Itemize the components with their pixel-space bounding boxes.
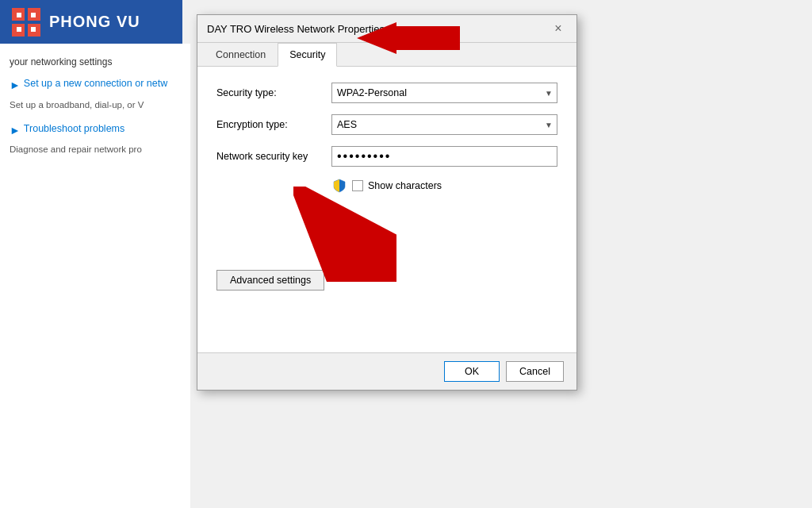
network-security-key-row: Network security key	[216, 146, 557, 167]
show-characters-row: Show characters	[331, 178, 557, 194]
encryption-type-row: Encryption type: AES ▼	[216, 114, 557, 135]
svg-rect-4	[17, 13, 21, 17]
security-type-select[interactable]: WPA2-Personal	[331, 83, 557, 103]
logo-text: PHONG VU	[49, 13, 140, 31]
network-security-key-input[interactable]	[331, 146, 557, 167]
shield-icon	[331, 178, 347, 194]
show-characters-label[interactable]: Show characters	[368, 180, 442, 191]
security-type-row: Security type: WPA2-Personal ▼	[216, 83, 557, 103]
svg-rect-6	[17, 27, 21, 32]
dialog-title: DAY TRO Wireless Network Properties	[207, 23, 385, 35]
dialog-close-button[interactable]: ×	[550, 20, 567, 37]
encryption-type-select[interactable]: AES	[331, 114, 557, 135]
security-type-label: Security type:	[216, 87, 331, 98]
network-security-key-control	[331, 146, 557, 167]
ok-button[interactable]: OK	[444, 361, 500, 382]
security-type-control: WPA2-Personal ▼	[331, 83, 557, 103]
svg-rect-7	[31, 27, 36, 32]
dialog-body: Security type: WPA2-Personal ▼ Encryptio…	[197, 67, 576, 352]
tab-security[interactable]: Security	[278, 43, 337, 67]
sidebar-heading: your networking settings	[10, 56, 181, 67]
arrow-icon: ►	[10, 78, 21, 94]
logo-bar: PHONG VU	[0, 0, 182, 44]
encryption-type-control: AES ▼	[331, 114, 557, 135]
dialog-titlebar: DAY TRO Wireless Network Properties ×	[197, 15, 576, 43]
advanced-settings-button[interactable]: Advanced settings	[216, 270, 324, 291]
sidebar-link-text: Set up a new connection or netw	[24, 77, 167, 91]
dialog-tabs: Connection Security	[197, 43, 576, 67]
sidebar-subtext-connection: Set up a broadband, dial-up, or V	[10, 98, 181, 111]
encryption-type-label: Encryption type:	[216, 119, 331, 130]
sidebar-link-new-connection[interactable]: ► Set up a new connection or netw	[10, 77, 181, 94]
dialog: DAY TRO Wireless Network Properties × Co…	[197, 14, 577, 391]
cancel-button[interactable]: Cancel	[506, 361, 564, 382]
sidebar-link-troubleshoot[interactable]: ► Troubleshoot problems	[10, 122, 181, 139]
dialog-footer: OK Cancel	[197, 352, 576, 390]
svg-rect-5	[31, 13, 36, 17]
troubleshoot-label: Troubleshoot problems	[24, 122, 124, 137]
arrow-icon-2: ►	[10, 123, 21, 139]
network-security-key-label: Network security key	[216, 151, 331, 162]
sidebar-subtext-troubleshoot: Diagnose and repair network pro	[10, 143, 181, 156]
show-characters-checkbox[interactable]	[352, 180, 363, 191]
tab-connection[interactable]: Connection	[204, 43, 278, 67]
logo-icon	[11, 7, 41, 37]
sidebar: your networking settings ► Set up a new …	[0, 44, 190, 508]
